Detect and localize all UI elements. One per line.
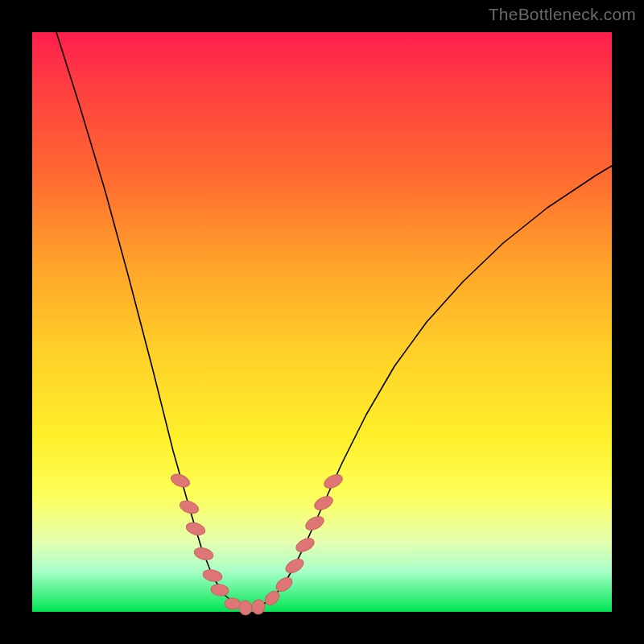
bead-marker (178, 498, 200, 515)
bead-marker (202, 568, 223, 584)
bead-marker (294, 535, 316, 555)
bead-marker (184, 521, 206, 538)
bead-marker (210, 584, 229, 597)
bead-marker (312, 493, 335, 512)
bead-marker (169, 472, 191, 489)
watermark-label: TheBottleneck.com (489, 5, 636, 24)
beads-group (169, 472, 345, 615)
bead-marker (251, 599, 266, 615)
bottleneck-curve (56, 32, 612, 609)
bead-marker (303, 514, 326, 532)
bead-marker (283, 556, 306, 576)
bead-marker (322, 472, 345, 490)
bead-marker (274, 575, 295, 594)
bead-marker (239, 601, 252, 615)
curve-layer (32, 32, 612, 612)
bead-marker (225, 598, 241, 610)
bead-marker (193, 546, 215, 562)
